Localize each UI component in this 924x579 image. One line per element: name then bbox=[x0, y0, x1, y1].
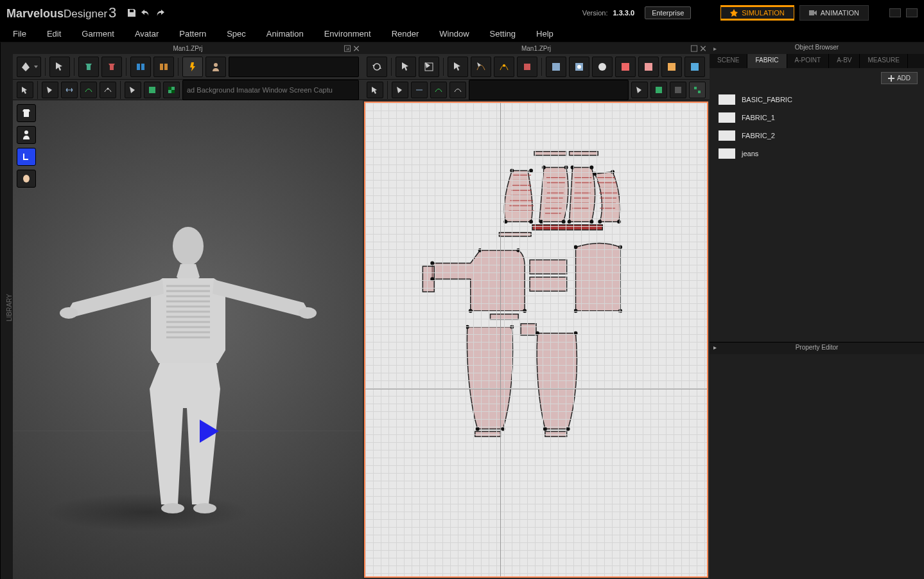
viewport-2d[interactable] bbox=[364, 102, 708, 578]
svg-point-6 bbox=[214, 63, 218, 67]
sub-seam-1[interactable] bbox=[392, 82, 408, 98]
texture-tool-b[interactable] bbox=[569, 57, 589, 77]
sub-seam-2[interactable] bbox=[411, 82, 428, 98]
tab-abv[interactable]: A-BV bbox=[829, 54, 860, 68]
svg-point-26 bbox=[161, 503, 184, 513]
edit-tool-1[interactable] bbox=[17, 82, 33, 98]
add-point-tool[interactable] bbox=[494, 57, 514, 77]
library-tab[interactable]: LIBRARY bbox=[0, 42, 13, 579]
menu-render[interactable]: Render bbox=[381, 26, 430, 42]
view-tool-3[interactable] bbox=[670, 82, 686, 98]
edit-pattern-tool[interactable] bbox=[448, 57, 468, 77]
toolbar-2d-sub bbox=[363, 80, 710, 100]
redo-icon[interactable] bbox=[155, 8, 165, 18]
menu-setting[interactable]: Setting bbox=[480, 26, 526, 42]
fabric-list: BASIC_FABRIC FABRIC_1 FABRIC_2 jeans bbox=[710, 88, 924, 165]
tab-fabric[interactable]: FABRIC bbox=[747, 54, 787, 68]
display-arrangement-button[interactable] bbox=[17, 148, 36, 166]
svg-rect-40 bbox=[656, 87, 662, 93]
menu-edit[interactable]: Edit bbox=[37, 26, 71, 42]
texture-tool-3[interactable] bbox=[163, 82, 180, 98]
maximize-button[interactable] bbox=[906, 8, 918, 17]
panel-2d: Man1.ZPrj bbox=[363, 42, 710, 579]
texture-tool-g[interactable] bbox=[684, 57, 705, 77]
display-avatar-button[interactable] bbox=[17, 126, 36, 144]
texture-tool-1[interactable] bbox=[125, 82, 141, 98]
edit-curve-tool[interactable] bbox=[471, 57, 491, 77]
menu-environment[interactable]: Environment bbox=[314, 26, 381, 42]
seam-tool-2[interactable] bbox=[61, 82, 78, 98]
texture-tool-a[interactable] bbox=[546, 57, 566, 77]
panel-close-icon[interactable] bbox=[353, 45, 360, 52]
select-pattern-tool[interactable] bbox=[396, 57, 416, 77]
property-editor-body bbox=[710, 354, 924, 579]
camera-icon bbox=[809, 9, 817, 17]
toolbar-3d-readout bbox=[229, 57, 359, 77]
sub-seam-3[interactable] bbox=[430, 82, 447, 98]
seam-tool-1[interactable] bbox=[42, 82, 58, 98]
svg-rect-39 bbox=[691, 63, 699, 71]
seam-tool-3[interactable] bbox=[80, 82, 97, 98]
motion-tool[interactable] bbox=[182, 57, 203, 77]
seam-tool-4[interactable] bbox=[100, 82, 116, 98]
menu-pattern[interactable]: Pattern bbox=[169, 26, 216, 42]
sub-seam-4[interactable] bbox=[449, 82, 466, 98]
animation-mode-button[interactable]: ANIMATION bbox=[799, 5, 869, 21]
arrangement-tool-2[interactable] bbox=[153, 57, 174, 77]
fabric-name: jeans bbox=[742, 150, 758, 157]
toolbar-3d-hint: ad Background Imaatar Window Screen Capt… bbox=[182, 80, 359, 100]
menu-window[interactable]: Window bbox=[429, 26, 479, 42]
menu-file[interactable]: File bbox=[3, 26, 37, 42]
view-tool-4[interactable] bbox=[689, 82, 706, 98]
object-browser-panel: ▸Object Browser SCENE FABRIC A-POINT A-B… bbox=[710, 42, 924, 579]
svg-rect-32 bbox=[552, 63, 560, 71]
garment-tool-1[interactable] bbox=[78, 57, 99, 77]
svg-point-11 bbox=[23, 175, 30, 183]
display-garment-button[interactable] bbox=[17, 104, 36, 122]
menu-animation[interactable]: Animation bbox=[256, 26, 314, 42]
texture-tool-f[interactable] bbox=[661, 57, 682, 77]
fabric-item[interactable]: FABRIC_1 bbox=[710, 109, 924, 127]
minimize-button[interactable] bbox=[889, 8, 901, 17]
texture-tool-2[interactable] bbox=[144, 82, 161, 98]
panel-close-icon[interactable] bbox=[699, 45, 707, 52]
texture-tool-d[interactable] bbox=[615, 57, 636, 77]
svg-rect-43 bbox=[698, 91, 701, 93]
garment-tool-2[interactable] bbox=[101, 57, 122, 77]
fabric-name: FABRIC_2 bbox=[742, 132, 775, 139]
avatar-mannequin[interactable] bbox=[34, 208, 342, 529]
save-icon[interactable] bbox=[126, 8, 137, 18]
arrangement-tool-1[interactable] bbox=[130, 57, 151, 77]
fabric-item[interactable]: BASIC_FABRIC bbox=[710, 91, 924, 109]
sub-select[interactable] bbox=[367, 82, 383, 98]
tab-measure[interactable]: MEASURE bbox=[860, 54, 907, 68]
panel-popout-icon[interactable] bbox=[690, 45, 698, 52]
texture-tool-c[interactable] bbox=[592, 57, 613, 77]
view-tool-2[interactable] bbox=[650, 82, 667, 98]
menu-help[interactable]: Help bbox=[526, 26, 564, 42]
plus-icon bbox=[888, 75, 894, 82]
sync-tool[interactable] bbox=[367, 57, 387, 77]
select-tool[interactable] bbox=[49, 57, 70, 77]
toolbar-3d-main bbox=[13, 54, 363, 80]
view-tool-1[interactable] bbox=[631, 82, 648, 98]
undo-icon[interactable] bbox=[141, 8, 151, 18]
texture-tool-e[interactable] bbox=[638, 57, 659, 77]
tab-scene[interactable]: SCENE bbox=[710, 54, 747, 68]
avatar-tool[interactable] bbox=[205, 57, 226, 77]
panel-popout-icon[interactable] bbox=[344, 45, 351, 52]
add-fabric-button[interactable]: ADD bbox=[881, 72, 918, 84]
menu-spec[interactable]: Spec bbox=[216, 26, 256, 42]
menu-garment[interactable]: Garment bbox=[71, 26, 125, 42]
tab-apoint[interactable]: A-POINT bbox=[787, 54, 830, 68]
fabric-item[interactable]: jeans bbox=[710, 145, 924, 163]
display-head-button[interactable] bbox=[17, 170, 36, 188]
transform-pattern-tool[interactable] bbox=[419, 57, 439, 77]
viewport-3d[interactable] bbox=[13, 100, 363, 579]
simulation-mode-button[interactable]: SIMULATION bbox=[720, 5, 794, 21]
draw-tool[interactable] bbox=[517, 57, 537, 77]
fabric-name: BASIC_FABRIC bbox=[742, 96, 792, 103]
simulate-button[interactable] bbox=[17, 57, 41, 77]
menu-avatar[interactable]: Avatar bbox=[125, 26, 169, 42]
fabric-item[interactable]: FABRIC_2 bbox=[710, 127, 924, 145]
